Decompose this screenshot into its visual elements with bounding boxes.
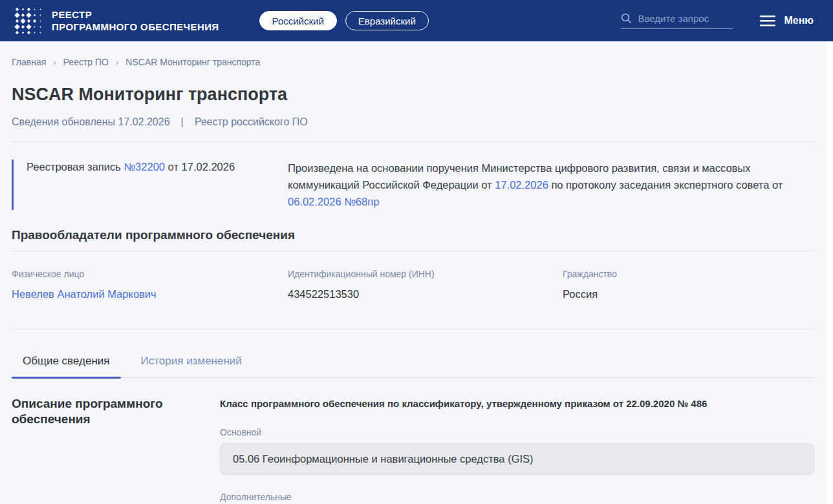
description-section: Описание программного обеспечения Класс … — [12, 396, 814, 504]
search-icon — [621, 13, 632, 24]
class-heading: Класс программного обеспечения по класси… — [220, 397, 814, 410]
class-block: Класс программного обеспечения по класси… — [220, 396, 814, 504]
hamburger-icon — [760, 16, 775, 26]
tab-general-info[interactable]: Общие сведения — [12, 355, 121, 377]
registry-toggle-group: Российский Евразийский — [259, 11, 429, 30]
description-heading: Описание программного обеспечения — [12, 396, 220, 504]
record-number-link[interactable]: №32200 — [124, 161, 165, 173]
menu-label: Меню — [784, 15, 814, 26]
registry-toggle-russian[interactable]: Российский — [259, 11, 337, 30]
record-prefix: Реестровая запись — [27, 161, 121, 173]
meta-separator: | — [181, 116, 184, 128]
tab-change-history[interactable]: История изменений — [130, 355, 253, 377]
basis-date-link[interactable]: 17.02.2026 — [495, 179, 548, 191]
divider — [12, 142, 814, 142]
logo-text: РЕЕСТР ПРОГРАММНОГО ОБЕСПЕЧЕНИЯ — [52, 8, 219, 33]
breadcrumb: Главная › Реестр ПО › NSCAR Мониторинг т… — [12, 41, 814, 67]
field-person: Физическое лицо Невелев Анатолий Маркови… — [12, 269, 288, 300]
header: РЕЕСТР ПРОГРАММНОГО ОБЕСПЕЧЕНИЯ Российск… — [0, 0, 833, 41]
search-input[interactable] — [638, 13, 728, 24]
search-field — [621, 13, 733, 29]
breadcrumb-current: NSCAR Мониторинг транспорта — [125, 57, 260, 67]
record-basis-text: Произведена на основании поручения Минис… — [288, 160, 814, 210]
divider — [12, 251, 814, 251]
inn-value: 434522513530 — [288, 288, 563, 300]
menu-button[interactable]: Меню — [760, 15, 814, 26]
basis-text-part2: по протоколу заседания экспертного совет… — [551, 179, 783, 191]
record-number-block: Реестровая запись №32200 от 17.02.2026 — [12, 160, 288, 210]
divider — [12, 329, 814, 330]
rightholders-fields: Физическое лицо Невелев Анатолий Маркови… — [12, 269, 814, 300]
additional-class-label: Дополнительные — [220, 492, 814, 502]
main-content: Главная › Реестр ПО › NSCAR Мониторинг т… — [0, 41, 826, 504]
registry-toggle-eurasian[interactable]: Евразийский — [345, 11, 429, 30]
rightholders-heading: Правообладатели программного обеспечения — [12, 228, 814, 242]
field-label: Физическое лицо — [12, 269, 288, 279]
tab-bar: Общие сведения История изменений — [12, 355, 814, 378]
person-name-link[interactable]: Невелев Анатолий Маркович — [12, 288, 157, 300]
citizenship-value: Россия — [563, 288, 814, 300]
primary-class-label: Основной — [220, 427, 814, 437]
field-inn: Идентификационный номер (ИНН) 4345225135… — [288, 269, 563, 300]
field-citizenship: Гражданство Россия — [563, 269, 814, 300]
updated-text: Сведения обновлены 17.02.2026 — [12, 116, 170, 128]
registry-name-link[interactable]: Реестр российского ПО — [195, 116, 308, 128]
field-label: Гражданство — [563, 269, 814, 279]
basis-protocol-link[interactable]: 06.02.2026 №68пр — [288, 196, 379, 207]
diamond-grid-logo-icon — [14, 6, 43, 36]
page-meta: Сведения обновлены 17.02.2026 | Реестр р… — [12, 116, 814, 128]
field-label: Идентификационный номер (ИНН) — [288, 269, 563, 279]
site-logo[interactable]: РЕЕСТР ПРОГРАММНОГО ОБЕСПЕЧЕНИЯ — [14, 6, 219, 36]
scrollbar-track[interactable] — [826, 41, 833, 504]
breadcrumb-registry[interactable]: Реестр ПО — [63, 57, 109, 67]
breadcrumb-separator-icon: › — [116, 58, 118, 67]
page-title: NSCAR Мониторинг транспорта — [12, 85, 814, 105]
record-date: от 17.02.2026 — [168, 161, 235, 173]
registry-record-section: Реестровая запись №32200 от 17.02.2026 П… — [12, 160, 814, 210]
breadcrumb-home[interactable]: Главная — [12, 57, 46, 67]
breadcrumb-separator-icon: › — [53, 58, 56, 67]
primary-class-value: 05.06 Геоинформационные и навигационные … — [220, 443, 814, 475]
